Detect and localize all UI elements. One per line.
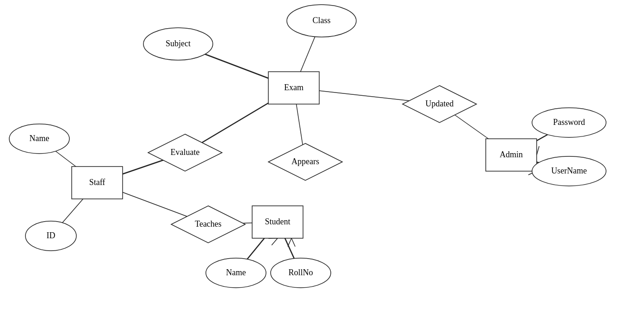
er-diagram [0, 0, 644, 309]
